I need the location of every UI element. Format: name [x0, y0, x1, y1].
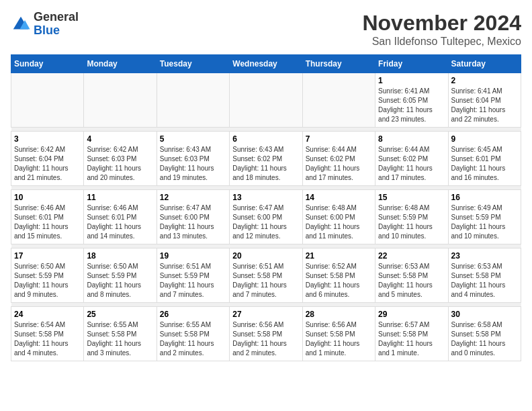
day-detail: Sunrise: 6:46 AMSunset: 6:01 PMDaylight:…: [14, 203, 81, 241]
calendar-cell: [84, 73, 157, 128]
calendar-week: 10Sunrise: 6:46 AMSunset: 6:01 PMDayligh…: [11, 190, 521, 244]
day-detail: Sunrise: 6:42 AMSunset: 6:04 PMDaylight:…: [14, 145, 81, 183]
calendar-cell: 13Sunrise: 6:47 AMSunset: 6:00 PMDayligh…: [230, 190, 302, 244]
day-number: 13: [232, 193, 299, 202]
calendar-cell: 7Sunrise: 6:44 AMSunset: 6:02 PMDaylight…: [302, 132, 375, 186]
calendar-cell: 9Sunrise: 6:45 AMSunset: 6:01 PMDaylight…: [448, 132, 521, 186]
calendar-cell: 14Sunrise: 6:48 AMSunset: 6:00 PMDayligh…: [302, 190, 375, 244]
day-number: 24: [14, 310, 81, 319]
calendar-cell: 10Sunrise: 6:46 AMSunset: 6:01 PMDayligh…: [11, 190, 84, 244]
calendar-cell: 5Sunrise: 6:43 AMSunset: 6:03 PMDaylight…: [157, 132, 229, 186]
day-detail: Sunrise: 6:48 AMSunset: 6:00 PMDaylight:…: [306, 203, 372, 241]
day-number: 28: [306, 310, 372, 319]
day-number: 18: [87, 251, 153, 261]
day-number: 20: [232, 251, 299, 261]
day-detail: Sunrise: 6:53 AMSunset: 5:58 PMDaylight:…: [378, 262, 445, 300]
day-number: 22: [378, 251, 445, 261]
day-detail: Sunrise: 6:43 AMSunset: 6:03 PMDaylight:…: [160, 145, 226, 183]
day-number: 9: [451, 134, 518, 144]
calendar-cell: 23Sunrise: 6:53 AMSunset: 5:58 PMDayligh…: [448, 248, 521, 303]
calendar-cell: 8Sunrise: 6:44 AMSunset: 6:02 PMDaylight…: [375, 132, 448, 186]
calendar-body: 1Sunrise: 6:41 AMSunset: 6:05 PMDaylight…: [11, 73, 521, 361]
header-day: Thursday: [302, 55, 375, 73]
calendar: SundayMondayTuesdayWednesdayThursdayFrid…: [11, 54, 521, 361]
day-detail: Sunrise: 6:47 AMSunset: 6:00 PMDaylight:…: [232, 203, 299, 241]
day-detail: Sunrise: 6:41 AMSunset: 6:04 PMDaylight:…: [451, 87, 518, 124]
header-day: Friday: [375, 55, 448, 73]
day-number: 4: [87, 134, 153, 144]
month-title: November 2024: [362, 11, 521, 36]
day-number: 5: [160, 134, 226, 144]
logo-general: General: [34, 11, 79, 24]
calendar-week: 24Sunrise: 6:54 AMSunset: 5:58 PMDayligh…: [11, 307, 521, 361]
calendar-cell: 28Sunrise: 6:56 AMSunset: 5:58 PMDayligh…: [302, 307, 375, 361]
calendar-cell: 22Sunrise: 6:53 AMSunset: 5:58 PMDayligh…: [375, 248, 448, 303]
day-detail: Sunrise: 6:53 AMSunset: 5:58 PMDaylight:…: [451, 262, 518, 300]
day-detail: Sunrise: 6:50 AMSunset: 5:59 PMDaylight:…: [87, 262, 153, 300]
title-section: November 2024 San Ildefonso Tultepec, Me…: [362, 11, 521, 48]
page-header: General Blue November 2024 San Ildefonso…: [11, 11, 521, 48]
day-number: 23: [451, 251, 518, 261]
calendar-cell: 1Sunrise: 6:41 AMSunset: 6:05 PMDaylight…: [375, 73, 448, 128]
day-detail: Sunrise: 6:56 AMSunset: 5:58 PMDaylight:…: [232, 320, 299, 358]
calendar-cell: 4Sunrise: 6:42 AMSunset: 6:03 PMDaylight…: [84, 132, 157, 186]
day-detail: Sunrise: 6:47 AMSunset: 6:00 PMDaylight:…: [160, 203, 226, 241]
day-number: 2: [451, 76, 518, 85]
day-detail: Sunrise: 6:57 AMSunset: 5:58 PMDaylight:…: [378, 320, 445, 358]
calendar-week: 1Sunrise: 6:41 AMSunset: 6:05 PMDaylight…: [11, 73, 521, 128]
day-detail: Sunrise: 6:45 AMSunset: 6:01 PMDaylight:…: [451, 145, 518, 183]
day-number: 10: [14, 193, 81, 202]
calendar-header: SundayMondayTuesdayWednesdayThursdayFrid…: [11, 55, 521, 73]
calendar-cell: 30Sunrise: 6:58 AMSunset: 5:58 PMDayligh…: [448, 307, 521, 361]
header-day: Monday: [84, 55, 157, 73]
day-number: 3: [14, 134, 81, 144]
day-number: 8: [378, 134, 445, 144]
day-detail: Sunrise: 6:55 AMSunset: 5:58 PMDaylight:…: [87, 320, 153, 358]
header-day: Saturday: [448, 55, 521, 73]
header-day: Sunday: [11, 55, 84, 73]
day-number: 17: [14, 251, 81, 261]
day-detail: Sunrise: 6:49 AMSunset: 5:59 PMDaylight:…: [451, 203, 518, 241]
header-day: Tuesday: [157, 55, 229, 73]
day-detail: Sunrise: 6:54 AMSunset: 5:58 PMDaylight:…: [14, 320, 81, 358]
day-number: 25: [87, 310, 153, 319]
calendar-cell: 11Sunrise: 6:46 AMSunset: 6:01 PMDayligh…: [84, 190, 157, 244]
day-detail: Sunrise: 6:55 AMSunset: 5:58 PMDaylight:…: [160, 320, 226, 358]
calendar-cell: [230, 73, 302, 128]
logo-blue: Blue: [34, 24, 79, 38]
calendar-cell: [11, 73, 84, 128]
calendar-cell: 2Sunrise: 6:41 AMSunset: 6:04 PMDaylight…: [448, 73, 521, 128]
day-detail: Sunrise: 6:46 AMSunset: 6:01 PMDaylight:…: [87, 203, 153, 241]
calendar-cell: 17Sunrise: 6:50 AMSunset: 5:59 PMDayligh…: [11, 248, 84, 303]
calendar-cell: 15Sunrise: 6:48 AMSunset: 5:59 PMDayligh…: [375, 190, 448, 244]
day-detail: Sunrise: 6:48 AMSunset: 5:59 PMDaylight:…: [378, 203, 445, 241]
day-detail: Sunrise: 6:52 AMSunset: 5:58 PMDaylight:…: [306, 262, 372, 300]
location: San Ildefonso Tultepec, Mexico: [362, 36, 521, 48]
logo-text: General Blue: [34, 11, 79, 38]
logo-icon: [11, 14, 31, 34]
calendar-cell: 29Sunrise: 6:57 AMSunset: 5:58 PMDayligh…: [375, 307, 448, 361]
day-number: 29: [378, 310, 445, 319]
day-number: 14: [306, 193, 372, 202]
day-detail: Sunrise: 6:44 AMSunset: 6:02 PMDaylight:…: [378, 145, 445, 183]
day-detail: Sunrise: 6:56 AMSunset: 5:58 PMDaylight:…: [306, 320, 372, 358]
day-detail: Sunrise: 6:50 AMSunset: 5:59 PMDaylight:…: [14, 262, 81, 300]
day-detail: Sunrise: 6:51 AMSunset: 5:59 PMDaylight:…: [160, 262, 226, 300]
calendar-cell: 18Sunrise: 6:50 AMSunset: 5:59 PMDayligh…: [84, 248, 157, 303]
day-number: 12: [160, 193, 226, 202]
day-number: 16: [451, 193, 518, 202]
calendar-cell: 24Sunrise: 6:54 AMSunset: 5:58 PMDayligh…: [11, 307, 84, 361]
day-number: 21: [306, 251, 372, 261]
calendar-cell: 16Sunrise: 6:49 AMSunset: 5:59 PMDayligh…: [448, 190, 521, 244]
calendar-cell: 26Sunrise: 6:55 AMSunset: 5:58 PMDayligh…: [157, 307, 229, 361]
day-number: 26: [160, 310, 226, 319]
day-number: 30: [451, 310, 518, 319]
calendar-cell: 25Sunrise: 6:55 AMSunset: 5:58 PMDayligh…: [84, 307, 157, 361]
day-number: 7: [306, 134, 372, 144]
day-number: 27: [232, 310, 299, 319]
calendar-cell: 27Sunrise: 6:56 AMSunset: 5:58 PMDayligh…: [230, 307, 302, 361]
day-detail: Sunrise: 6:41 AMSunset: 6:05 PMDaylight:…: [378, 87, 445, 124]
logo: General Blue: [11, 11, 79, 38]
day-number: 11: [87, 193, 153, 202]
day-detail: Sunrise: 6:44 AMSunset: 6:02 PMDaylight:…: [306, 145, 372, 183]
